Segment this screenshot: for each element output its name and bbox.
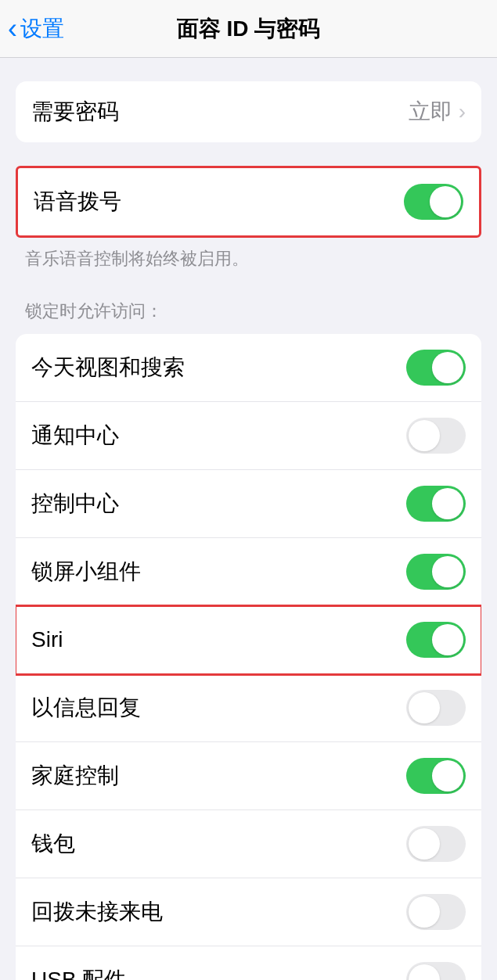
reply-with-message-label: 以信息回复 [31,693,141,723]
lock-screen-widgets-toggle[interactable] [406,554,466,590]
return-missed-calls-toggle[interactable] [406,894,466,930]
return-missed-calls-row: 回拨未接来电 [16,878,481,946]
toggle-knob [432,760,463,792]
toggle-knob [409,828,440,860]
reply-with-message-toggle[interactable] [406,690,466,726]
back-button[interactable]: ‹ 设置 [0,14,64,44]
require-passcode-value: 立即 [409,97,452,127]
require-passcode-row[interactable]: 需要密码 立即 › [16,81,481,142]
lock-access-group: 今天视图和搜索 通知中心 控制中心 锁屏小组件 Siri [16,334,481,980]
toggle-knob [432,488,463,519]
page-title: 面容 ID 与密码 [177,14,321,44]
voice-dial-row: 语音拨号 [18,168,479,235]
voice-dial-group: 语音拨号 [16,166,481,238]
toggle-knob [432,624,463,655]
chevron-right-icon: › [459,99,466,124]
toggle-knob [409,420,440,451]
home-control-label: 家庭控制 [31,761,119,791]
require-passcode-label: 需要密码 [31,97,119,127]
home-control-toggle[interactable] [406,758,466,794]
toggle-knob [409,692,440,723]
return-missed-calls-label: 回拨未接来电 [31,897,163,927]
voice-dial-footer: 音乐语音控制将始终被启用。 [0,238,497,271]
notification-center-row: 通知中心 [16,402,481,470]
control-center-toggle[interactable] [406,486,466,522]
reply-with-message-row: 以信息回复 [16,674,481,742]
toggle-knob [432,352,463,383]
navigation-header: ‹ 设置 面容 ID 与密码 [0,0,497,58]
control-center-row: 控制中心 [16,470,481,538]
wallet-label: 钱包 [31,829,75,859]
home-control-row: 家庭控制 [16,742,481,810]
notification-center-label: 通知中心 [31,421,119,451]
today-view-row: 今天视图和搜索 [16,334,481,402]
lock-access-header: 锁定时允许访问： [0,271,497,329]
require-passcode-group: 需要密码 立即 › [16,81,481,142]
wallet-toggle[interactable] [406,826,466,862]
usb-accessories-label: USB 配件 [31,965,126,980]
today-view-toggle[interactable] [406,350,466,386]
toggle-knob [432,556,463,587]
voice-dial-label: 语音拨号 [34,187,121,217]
usb-accessories-row: USB 配件 [16,946,481,980]
notification-center-toggle[interactable] [406,418,466,454]
chevron-left-icon: ‹ [8,15,17,43]
content-area: 需要密码 立即 › 语音拨号 音乐语音控制将始终被启用。 锁定时允许访问： 今天… [0,81,497,980]
control-center-label: 控制中心 [31,489,119,519]
usb-accessories-toggle[interactable] [406,962,466,980]
voice-dial-toggle[interactable] [404,184,463,220]
back-label: 设置 [20,14,64,44]
lock-screen-widgets-label: 锁屏小组件 [31,557,141,587]
toggle-knob [430,186,461,217]
today-view-label: 今天视图和搜索 [31,353,185,382]
lock-screen-widgets-row: 锁屏小组件 [16,538,481,606]
siri-label: Siri [31,627,63,652]
siri-toggle[interactable] [406,622,466,658]
siri-row: Siri [16,606,481,674]
toggle-knob [409,896,440,928]
wallet-row: 钱包 [16,810,481,878]
toggle-knob [409,964,440,980]
